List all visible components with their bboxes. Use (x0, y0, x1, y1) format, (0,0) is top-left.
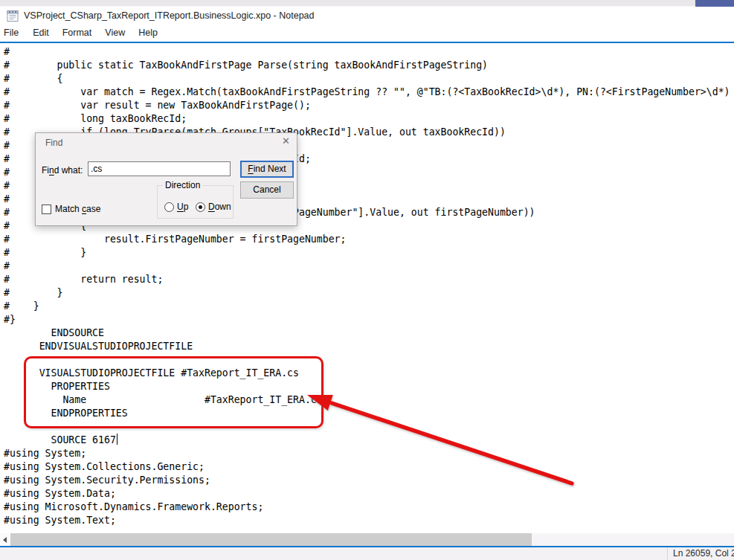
code-line: # var result = new TaxBookAndFirstPage()… (4, 99, 734, 112)
scrollbar-thumb[interactable] (10, 533, 532, 546)
button-mnemonic: F (248, 164, 253, 174)
code-line: #using System; (4, 447, 734, 460)
code-line: # (4, 45, 734, 59)
code-line: #} (4, 313, 734, 326)
radio-up-label: Up (177, 202, 188, 212)
match-case-label: Match case (55, 204, 100, 214)
direction-group-label: Direction (163, 180, 202, 190)
annotation-red-box (24, 356, 323, 428)
code-line: #using Microsoft.Dynamics.Framework.Repo… (4, 501, 734, 514)
status-bar-separator (667, 547, 668, 560)
label-part: Fi (42, 165, 49, 176)
menu-format[interactable]: Format (56, 25, 99, 42)
code-line: # public static TaxBookAndFirstPage Pars… (4, 59, 734, 72)
code-line: #using System.Collections.Generic; (4, 460, 734, 474)
code-line: # { (4, 72, 734, 86)
code-line: # } (4, 286, 734, 300)
code-line: # result.FirstPageNumber = firstPageNumb… (4, 233, 734, 246)
radio-down[interactable] (196, 202, 205, 212)
title-bar[interactable]: VSProject_CSharp_TaxReport_ITReport.Busi… (0, 7, 734, 25)
label-part: ase (86, 204, 100, 214)
code-line: #using System.Text; (4, 514, 734, 527)
notepad-window: VSProject_CSharp_TaxReport_ITReport.Busi… (0, 0, 734, 560)
code-line: # long taxBookRecId; (4, 112, 734, 126)
background-window-strip (0, 0, 734, 7)
window-title: VSProject_CSharp_TaxReport_ITReport.Busi… (24, 7, 315, 25)
find-dialog: Find ✕ Find what: Find Next Cancel Direc… (35, 132, 297, 226)
code-line: #using System.Data; (4, 487, 734, 501)
label-mnemonic: n (49, 165, 54, 176)
label-part: own (215, 202, 231, 212)
menu-edit[interactable]: Edit (26, 25, 56, 42)
button-label: ind Next (254, 164, 286, 174)
scrollbar-left-arrow-icon (3, 537, 7, 543)
code-line: # return result; (4, 273, 734, 286)
direction-group: Direction Up Down (157, 185, 234, 219)
editor-text: ## public static TaxBookAndFirstPage Par… (0, 43, 734, 527)
radio-up[interactable] (164, 202, 174, 212)
horizontal-scrollbar[interactable] (0, 533, 734, 546)
radio-option-down[interactable]: Down (196, 202, 231, 212)
code-line: ENDVISUALSTUDIOPROJECTFILE (4, 340, 734, 353)
code-line: SOURCE 6167 (4, 434, 734, 447)
text-editor[interactable]: ## public static TaxBookAndFirstPage Par… (0, 43, 734, 533)
cancel-button[interactable]: Cancel (240, 181, 294, 199)
find-what-input[interactable] (88, 161, 231, 176)
close-icon[interactable]: ✕ (282, 136, 290, 147)
background-accent-block (695, 0, 734, 7)
code-line: # var match = Regex.Match(taxBookAndFirs… (4, 86, 734, 99)
cursor-position-text: Ln 26059, Col 20 (673, 547, 734, 560)
code-line: # (4, 260, 734, 273)
find-what-label: Find what: (42, 165, 83, 176)
menu-view[interactable]: View (98, 25, 132, 42)
button-label: Cancel (253, 184, 280, 195)
label-part: d what: (54, 165, 83, 176)
match-case-checkbox[interactable] (42, 205, 51, 214)
label-mnemonic: D (208, 202, 215, 212)
label-mnemonic: U (177, 202, 184, 212)
code-line: #using System.Security.Permissions; (4, 474, 734, 487)
code-line: # } (4, 246, 734, 260)
label-part: p (184, 202, 189, 212)
code-line: ENDSOURCE (4, 326, 734, 340)
radio-down-label: Down (208, 202, 231, 212)
notepad-icon (6, 9, 19, 22)
status-bar: Ln 26059, Col 20 (0, 547, 734, 560)
code-line: # } (4, 300, 734, 313)
radio-option-up[interactable]: Up (164, 202, 188, 212)
label-part: Match (55, 204, 82, 214)
find-next-button[interactable]: Find Next (240, 161, 294, 178)
scrollbar-left-arrow-button[interactable] (0, 533, 10, 546)
menu-file[interactable]: File (4, 25, 26, 42)
menu-help[interactable]: Help (132, 25, 164, 42)
menu-bar: File Edit Format View Help (0, 25, 734, 42)
match-case-option[interactable]: Match case (42, 204, 100, 214)
find-dialog-title: Find (45, 138, 62, 148)
text-caret (117, 434, 118, 445)
